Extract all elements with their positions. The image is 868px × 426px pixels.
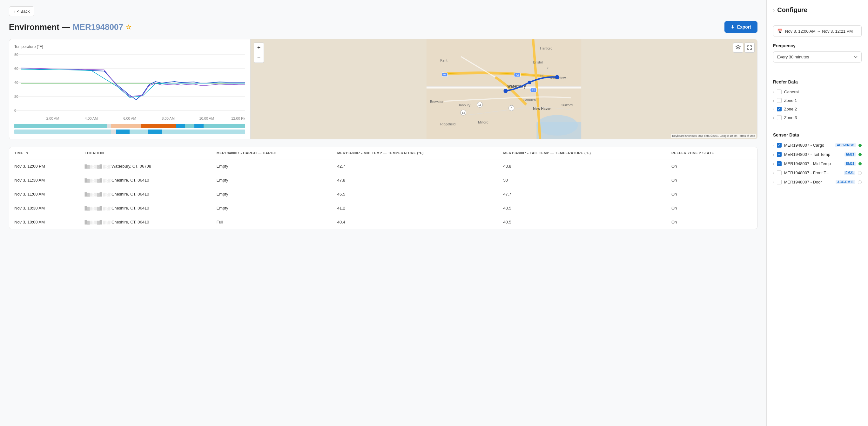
tree-chevron-zone3[interactable]: ›: [773, 116, 774, 120]
checkbox-zone3[interactable]: [777, 115, 782, 120]
svg-text:6:00 AM: 6:00 AM: [123, 117, 136, 120]
map-layer-button[interactable]: [733, 42, 743, 53]
timeline-bars: [14, 124, 245, 134]
svg-text:15: 15: [478, 103, 482, 106]
col-time[interactable]: TIME ▼: [9, 147, 80, 159]
layer-icon: [736, 45, 741, 50]
sensor-item-front: › MER1948007 - Front T... EM21: [773, 168, 862, 177]
cell-mid-temp: 40.4: [332, 215, 498, 229]
cell-time: Nov 3, 11:00 AM: [9, 187, 80, 201]
sensor-name-mid: MER1948007 - Mid Temp: [784, 161, 842, 166]
sensor-chevron-mid[interactable]: ›: [773, 162, 774, 166]
table-row: Nov 3, 11:30 AM █▓▒░▒▓█ ▒░▒ Cheshire, CT…: [9, 173, 757, 187]
sensor-chevron-door[interactable]: ›: [773, 180, 774, 184]
checkbox-general[interactable]: [777, 90, 782, 94]
cell-cargo: Empty: [212, 173, 332, 187]
cell-location: █▓▒░▒▓█ ▒░▒ Waterbury, CT, 06708: [80, 159, 211, 173]
sidebar-title: Configure: [777, 6, 807, 14]
calendar-icon: 📅: [777, 29, 782, 34]
table-row: Nov 3, 10:00 AM █▓▒░▒▓█ ▒░▒ Cheshire, CT…: [9, 215, 757, 229]
sensor-item-cargo: › MER1948007 - Cargo ACC-CRGO: [773, 141, 862, 150]
sensor-badge-tail: EM21: [844, 152, 856, 157]
sensor-checkbox-tail[interactable]: [777, 152, 782, 157]
cell-cargo: Full: [212, 215, 332, 229]
svg-text:8:00 AM: 8:00 AM: [162, 117, 175, 120]
cell-tail-temp: 50: [498, 173, 666, 187]
export-button[interactable]: ⬇ Export: [724, 21, 757, 33]
map-attribution: Keyboard shortcuts Map data ©2021 Google…: [671, 134, 756, 138]
cell-tail-temp: 43.5: [498, 201, 666, 215]
cell-mid-temp: 45.5: [332, 187, 498, 201]
reefer-item-zone3: › Zone 3: [773, 113, 862, 122]
sensor-chevron-front[interactable]: ›: [773, 171, 774, 175]
reefer-items: › General › Zone 1 › Zone 2 › Zone 3: [773, 88, 862, 122]
tree-chevron-zone2[interactable]: ›: [773, 107, 774, 111]
zoom-out-button[interactable]: −: [254, 53, 264, 63]
sensor-checkbox-cargo[interactable]: [777, 143, 782, 148]
cell-reefer-state: On: [666, 173, 757, 187]
sensor-chevron-tail[interactable]: ›: [773, 153, 774, 157]
page-title: Environment — MER1948007 ☆: [9, 22, 131, 32]
right-sidebar: › Configure 📅 Nov 3, 12:00 AM → Nov 3, 1…: [766, 0, 868, 426]
sensor-name-front: MER1948007 - Front T...: [784, 170, 841, 175]
star-icon[interactable]: ☆: [126, 23, 131, 31]
cell-time: Nov 3, 12:00 PM: [9, 159, 80, 173]
reefer-item-general: › General: [773, 88, 862, 96]
sensor-checkbox-front[interactable]: [777, 170, 782, 175]
tree-chevron-general[interactable]: ›: [773, 90, 774, 94]
map-controls: + −: [254, 42, 264, 63]
cell-mid-temp: 41.2: [332, 201, 498, 215]
cell-location: █▓▒░▒▓█ ▒░▒ Cheshire, CT, 06410: [80, 215, 211, 229]
sensor-chevron-cargo[interactable]: ›: [773, 143, 774, 147]
svg-marker-51: [736, 45, 740, 48]
svg-rect-19: [536, 122, 581, 139]
svg-text:9: 9: [547, 66, 549, 69]
svg-text:Guilford: Guilford: [561, 103, 572, 107]
cell-reefer-state: On: [666, 215, 757, 229]
sensor-checkbox-door[interactable]: [777, 180, 782, 185]
title-separator: —: [62, 22, 70, 32]
cell-location: █▓▒░▒▓█ ▒░▒ Cheshire, CT, 06410: [80, 173, 211, 187]
label-general: General: [784, 90, 799, 94]
label-zone3: Zone 3: [784, 115, 797, 120]
cell-location: █▓▒░▒▓█ ▒░▒ Cheshire, CT, 06410: [80, 187, 211, 201]
sensor-name-cargo: MER1948007 - Cargo: [784, 143, 833, 148]
svg-text:20: 20: [14, 95, 18, 98]
title-env: Environment: [9, 22, 59, 32]
table-row: Nov 3, 10:30 AM █▓▒░▒▓█ ▒░▒ Cheshire, CT…: [9, 201, 757, 215]
cell-reefer-state: On: [666, 201, 757, 215]
svg-point-50: [528, 80, 531, 84]
cell-cargo: Empty: [212, 187, 332, 201]
status-door: [858, 180, 862, 184]
sensor-item-door: › MER1948007 - Door ACC-DM11: [773, 177, 862, 187]
tree-chevron-zone1[interactable]: ›: [773, 99, 774, 102]
date-range-picker[interactable]: 📅 Nov 3, 12:00 AM → Nov 3, 12:21 PM: [773, 25, 862, 37]
status-tail: [859, 153, 862, 156]
cell-reefer-state: On: [666, 187, 757, 201]
svg-text:80: 80: [14, 53, 18, 57]
svg-text:2:00 AM: 2:00 AM: [46, 117, 59, 120]
zoom-in-button[interactable]: +: [254, 42, 264, 53]
svg-text:Ridgefield: Ridgefield: [440, 122, 456, 126]
reefer-item-zone1: › Zone 1: [773, 96, 862, 105]
checkbox-zone1[interactable]: [777, 98, 782, 103]
frequency-label: Frequency: [773, 43, 862, 48]
checkbox-zone2[interactable]: [777, 107, 782, 111]
frequency-select[interactable]: Every 30 minutesEvery hourEvery 6 hoursE…: [773, 52, 862, 63]
col-mid-temp: MER1948007 - MID TEMP — TEMPERATURE (°F): [332, 147, 498, 159]
cell-time: Nov 3, 11:30 AM: [9, 173, 80, 187]
svg-text:Hartford: Hartford: [540, 46, 552, 50]
sensor-items: › MER1948007 - Cargo ACC-CRGO › MER19480…: [773, 141, 862, 187]
timeline-bar-2: [14, 130, 245, 134]
cell-tail-temp: 40.5: [498, 215, 666, 229]
export-label: Export: [737, 25, 751, 30]
back-button[interactable]: ‹ < Back: [9, 6, 34, 16]
cell-mid-temp: 42.7: [332, 159, 498, 173]
charts-row: Temperature (°F) 80 60 40 20 0 2:00: [9, 39, 757, 139]
cell-time: Nov 3, 10:00 AM: [9, 215, 80, 229]
sidebar-toggle[interactable]: ›: [773, 7, 775, 13]
map-expand-button[interactable]: [744, 42, 755, 53]
sensor-data-label: Sensor Data: [773, 132, 862, 137]
svg-text:Hamden: Hamden: [523, 98, 536, 102]
sensor-checkbox-mid[interactable]: [777, 161, 782, 166]
